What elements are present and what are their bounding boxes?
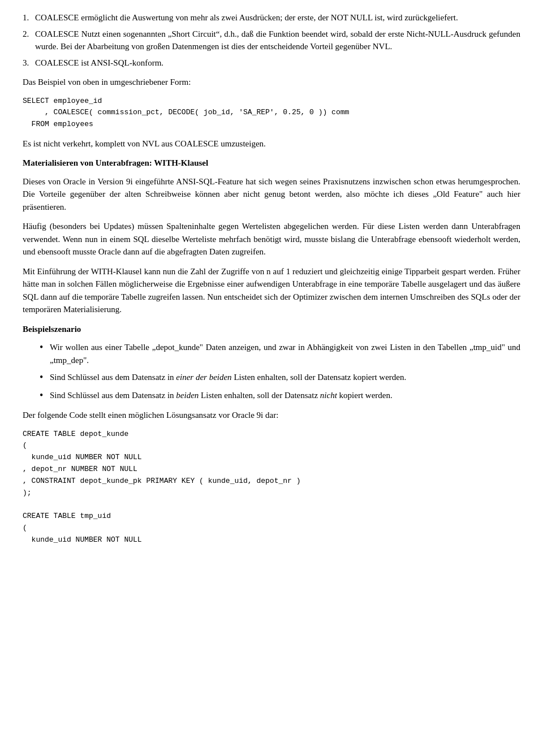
code-block-1: SELECT employee_id , COALESCE( commissio… xyxy=(23,96,520,131)
bullet-dot-2: • xyxy=(40,371,50,384)
closing-remark: Es ist nicht verkehrt, komplett von NVL … xyxy=(23,137,520,150)
list-number-1: 1. xyxy=(23,11,35,24)
bullet-text-1: Wir wollen aus einer Tabelle „depot_kund… xyxy=(50,341,520,366)
section-para1: Dieses von Oracle in Version 9i eingefüh… xyxy=(23,175,520,214)
list-item-3: 3. COALESCE ist ANSI-SQL-konform. xyxy=(23,57,520,70)
intro-paragraph: Das Beispiel von oben in umgeschriebener… xyxy=(23,76,520,89)
section-para2: Häufig (besonders bei Updates) müssen Sp… xyxy=(23,220,520,258)
subsection-heading: Beispielszenario xyxy=(23,323,520,336)
bullet-text-2: Sind Schlüssel aus dem Datensatz in eine… xyxy=(50,371,520,384)
bullet-dot-1: • xyxy=(40,341,50,366)
section-heading: Materialisieren von Unterabfragen: WITH-… xyxy=(23,157,520,170)
list-text-1: COALESCE ermöglicht die Auswertung von m… xyxy=(35,11,520,24)
bullet-list: • Wir wollen aus einer Tabelle „depot_ku… xyxy=(40,341,520,402)
bullet-text-3: Sind Schlüssel aus dem Datensatz in beid… xyxy=(50,389,520,402)
numbered-list: 1. COALESCE ermöglicht die Auswertung vo… xyxy=(23,11,520,69)
before-code-paragraph: Der folgende Code stellt einen möglichen… xyxy=(23,409,520,422)
list-number-2: 2. xyxy=(23,28,35,53)
bullet-item-2: • Sind Schlüssel aus dem Datensatz in ei… xyxy=(40,371,520,384)
list-text-2: COALESCE Nutzt einen sogenannten „Short … xyxy=(35,28,520,53)
bullet-dot-3: • xyxy=(40,389,50,402)
list-text-3: COALESCE ist ANSI-SQL-konform. xyxy=(35,57,520,70)
list-item-1: 1. COALESCE ermöglicht die Auswertung vo… xyxy=(23,11,520,24)
list-number-3: 3. xyxy=(23,57,35,70)
bullet-item-1: • Wir wollen aus einer Tabelle „depot_ku… xyxy=(40,341,520,366)
list-item-2: 2. COALESCE Nutzt einen sogenannten „Sho… xyxy=(23,28,520,53)
bullet-item-3: • Sind Schlüssel aus dem Datensatz in be… xyxy=(40,389,520,402)
code-block-2: CREATE TABLE depot_kunde ( kunde_uid NUM… xyxy=(23,429,520,546)
section-para3: Mit Einführung der WITH-Klausel kann nun… xyxy=(23,265,520,316)
